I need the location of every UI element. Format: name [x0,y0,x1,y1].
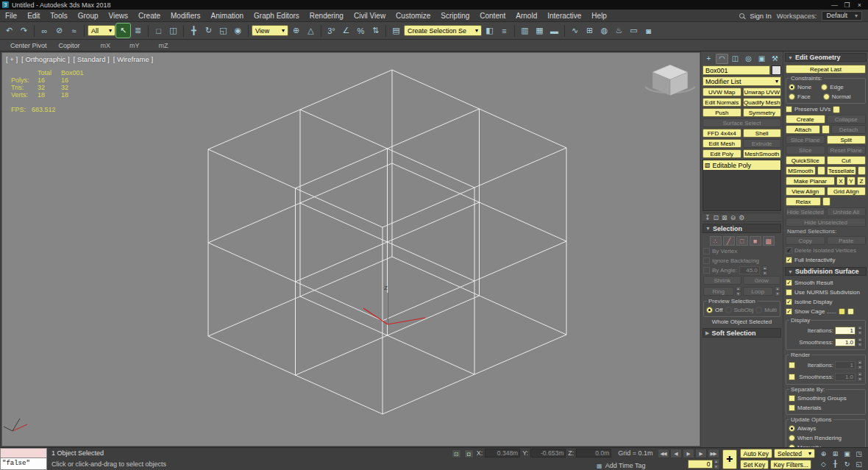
menu-item[interactable]: File [0,11,22,21]
hide-selected-button[interactable]: Hide Selected [786,207,825,216]
toggle-layer-explorer-icon[interactable]: ▦ [533,24,547,38]
select-and-link-icon[interactable]: ∞ [38,24,51,38]
maximize-viewport-toggle-icon[interactable]: ◱ [853,460,864,469]
go-to-end-icon[interactable]: ▶▶ [708,449,719,458]
loop-button[interactable]: Loop [743,287,774,296]
isolate-selection-toggle[interactable]: ⊡ [452,449,461,458]
pin-stack-icon[interactable]: ↧ [705,214,711,221]
constraint-face-radio[interactable] [789,93,795,100]
transform-gizmo[interactable]: Z [363,285,425,324]
viewport-shading-menu[interactable]: [ Wireframe ] [113,55,153,63]
unhide-all-button[interactable]: Unhide All [827,207,867,216]
reference-coordinate-dropdown[interactable]: View [252,25,288,36]
element-mode-icon[interactable]: ▩ [763,236,775,246]
make-unique-icon[interactable]: ⊠ [722,214,728,221]
rollout-selection[interactable]: ▼Selection [702,224,781,233]
configure-modifier-sets-icon[interactable]: ⚙ [739,214,744,221]
menu-item[interactable]: Edit [22,11,45,21]
preserve-uvs-checkbox[interactable] [786,106,792,113]
y-coordinate-field[interactable]: -0.653m [530,449,566,457]
by-angle-field[interactable]: 45.0 [739,266,760,274]
center-pivot-button[interactable]: Center Pivot [6,41,51,50]
rollout-soft-selection[interactable]: ▶Soft Selection [702,328,781,338]
viewport-style-menu[interactable]: [ Standard ] [74,55,110,63]
object-name-field[interactable]: Box001 [702,65,770,75]
update-always-radio[interactable] [789,425,795,432]
select-and-move-icon[interactable]: ╋ [187,24,201,38]
modifier-button[interactable]: Surface Select [702,118,781,127]
viewport-general-menu[interactable]: [ + ] [6,55,18,63]
key-filters-button[interactable]: Key Filters... [770,460,811,469]
select-and-manipulate-icon[interactable]: △ [304,24,318,38]
maxscript-mini-listener[interactable]: "false" [0,458,47,470]
relax-settings[interactable] [822,197,830,206]
repeat-last-button[interactable]: Repeat Last [786,65,866,74]
render-smoothness-field[interactable]: 1.0 [835,373,855,381]
split-button[interactable]: Split [827,135,867,144]
constraint-edge-radio[interactable] [821,84,828,90]
update-when-rendering-radio[interactable] [789,435,795,441]
render-setup-icon[interactable]: ♨ [612,24,626,38]
reset-plane-button[interactable]: Reset Plane [827,146,867,154]
current-frame-field[interactable]: 0 [688,460,713,469]
modifier-button[interactable]: MeshSmooth [743,149,782,158]
tab-motion[interactable]: ◎ [742,54,755,64]
select-by-name-icon[interactable]: ≣ [131,24,145,38]
menu-item[interactable]: Graph Editors [249,11,305,21]
pan-view-icon[interactable]: ╂ [830,460,841,469]
update-manually-radio[interactable] [789,444,795,447]
spinner-snap-icon[interactable]: ⇅ [369,24,383,38]
tab-hierarchy[interactable]: ◫ [729,54,741,64]
slice-plane-button[interactable]: Slice Plane [786,135,825,144]
macro-button[interactable]: mX [101,42,111,49]
selection-lock-toggle[interactable]: ◘ [464,449,474,458]
create-button[interactable]: Create [786,115,825,124]
bind-to-space-warp-icon[interactable]: ≈ [67,24,81,38]
schematic-view-icon[interactable]: ⊞ [583,24,597,38]
maxscript-mini-listener-macro[interactable] [0,448,47,458]
planar-x-button[interactable]: X [836,177,845,185]
grid-align-button[interactable]: Grid Align [827,187,867,196]
x-coordinate-field[interactable]: 0.348m [485,449,520,457]
relax-button[interactable]: Relax [786,197,821,206]
percent-snap-icon[interactable]: % [354,24,368,38]
planar-y-button[interactable]: Y [847,177,855,185]
rendered-frame-window-icon[interactable]: ▭ [627,24,641,38]
sign-in-button[interactable]: Sign In [750,12,772,20]
modifier-button[interactable]: Edit Poly [702,149,741,158]
materials-checkbox[interactable] [789,405,795,411]
toggle-scene-explorer-icon[interactable]: ▥ [518,24,532,38]
window-crossing-icon[interactable]: ◫ [166,24,180,38]
toggle-ribbon-icon[interactable]: ▬ [547,24,561,38]
use-pivot-center-icon[interactable]: ⊕ [289,24,303,38]
smooth-result-checkbox[interactable] [786,279,792,286]
constraint-none-radio[interactable] [789,84,795,90]
menu-item[interactable]: Arnold [511,11,542,21]
modifier-button[interactable]: FFD 4x4x4 [702,129,741,138]
menu-item[interactable]: Modifiers [166,11,206,21]
unlink-selection-icon[interactable]: ⊘ [52,24,66,38]
snaps-toggle-icon[interactable]: 3° [324,24,338,38]
attach-settings[interactable] [822,125,830,134]
workspaces-dropdown[interactable]: Default [822,11,862,21]
render-production-icon[interactable]: ◙ [641,24,655,38]
shrink-button[interactable]: Shrink [703,276,741,285]
modifier-button[interactable]: Symmetry [743,108,782,117]
modifier-button[interactable]: Push [702,108,741,117]
key-selection-dropdown[interactable]: Selected [774,449,815,458]
minimize-button[interactable]: — [828,1,841,9]
remove-modifier-icon[interactable]: ⊖ [730,214,736,221]
material-editor-icon[interactable]: ◍ [597,24,611,38]
collapse-button[interactable]: Collapse [827,115,867,124]
modifier-button[interactable]: Extrude [743,139,782,148]
cut-button[interactable]: Cut [827,156,867,165]
use-nurms-checkbox[interactable] [786,289,792,296]
modifier-button[interactable]: Quadify Mesh [743,98,782,107]
align-icon[interactable]: ≡ [497,24,511,38]
menu-item[interactable]: Rendering [305,11,349,21]
grow-button[interactable]: Grow [743,276,781,285]
menu-item[interactable]: Customize [391,11,435,21]
modifier-button[interactable]: UVW Map [702,88,741,96]
isoline-display-checkbox[interactable] [786,299,792,305]
copitor-button[interactable]: Copitor [54,41,85,50]
